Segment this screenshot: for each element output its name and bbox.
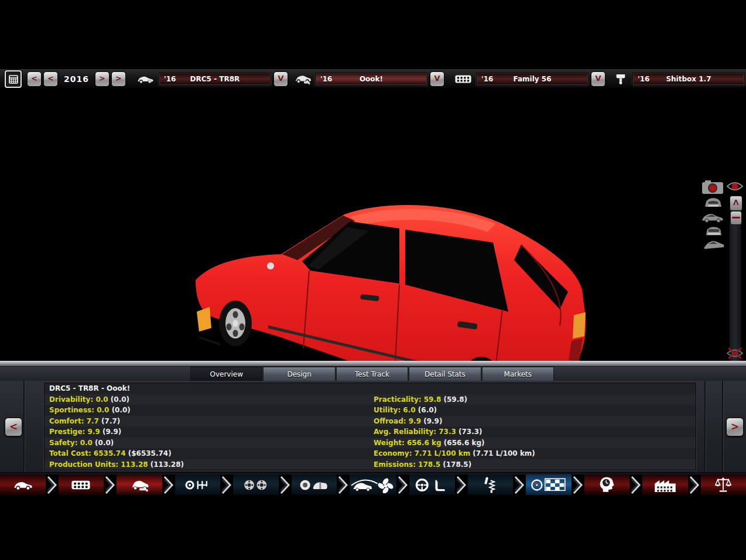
year-next-button[interactable]: > [95, 71, 109, 87]
stat-value: Total Cost: 6535.74 [49, 449, 128, 457]
stat-paren: (6.0) [418, 406, 437, 414]
visibility-eye-button[interactable] [726, 180, 744, 194]
stat-paren: (9.9) [423, 417, 442, 425]
gearbox-icon [184, 477, 210, 493]
design-steps-bar [0, 473, 746, 495]
screenshot-camera-button[interactable] [701, 179, 724, 197]
tab-strip: OverviewDesignTest TrackDetail StatsMark… [0, 367, 746, 381]
view-front-button[interactable] [703, 196, 724, 211]
year-label: 2016 [64, 74, 89, 84]
design-step-markets[interactable] [701, 474, 746, 495]
hide-ui-eye-button[interactable] [726, 347, 744, 362]
chevron-separator-icon [572, 474, 584, 495]
interior-icon [415, 477, 449, 493]
design-step-interior[interactable] [409, 474, 455, 495]
stat-paren: (656.6 kg) [444, 439, 485, 447]
stat-value: Economy: 7.71 L/100 km [374, 449, 473, 457]
stat-row: Comfort: 7.7 (7.7)Offroad: 9.9 (9.9) [45, 416, 696, 427]
design-step-car-model[interactable] [0, 474, 46, 495]
test-track-icon [531, 477, 567, 493]
stat-paren: (7.71 L/100 km) [473, 449, 535, 457]
design-step-detail-stats[interactable] [584, 474, 630, 495]
trim-dropdown-button[interactable]: V [430, 71, 444, 87]
stat-row: DRC5 - TR8R - Oook! [45, 383, 696, 394]
car-model-icon [13, 478, 33, 492]
engine-variant-field[interactable]: '16 Shitbox 1.7 [632, 72, 745, 86]
engine-family-field[interactable]: '16 Family 56 [476, 72, 588, 86]
design-step-trim[interactable] [117, 474, 162, 495]
stat-value: Drivability: 0.0 [49, 395, 111, 404]
year-prev-button[interactable]: < [43, 71, 58, 87]
year-next-fast-button[interactable]: > [111, 71, 126, 87]
stat-value: Comfort: 7.7 [49, 417, 101, 425]
top-toolbar: < < 2016 > > '16 DRC5 - TR8R V '16 Oook!… [0, 69, 746, 88]
stat-value: Practicality: 59.8 [374, 395, 444, 404]
year-prev-fast-button[interactable]: < [27, 71, 42, 87]
stat-value: Prestige: 9.9 [49, 428, 102, 436]
wheels-icon [243, 477, 269, 493]
model-icon [136, 73, 154, 85]
chevron-separator-icon [396, 474, 409, 495]
stat-row: Prestige: 9.9 (9.9)Avg. Reliability: 73.… [45, 426, 696, 438]
engine-family-name: Family 56 [477, 75, 588, 83]
stat-value: Utility: 6.0 [374, 406, 418, 414]
view-perspective-button[interactable] [703, 238, 725, 253]
model-dropdown-button[interactable]: V [273, 71, 288, 87]
stat-value: Avg. Reliability: 73.3 [374, 428, 458, 436]
zoom-scroll-up-button[interactable]: Λ [730, 196, 742, 211]
tab-overview[interactable]: Overview [190, 367, 262, 381]
design-step-engine-family[interactable] [59, 474, 104, 495]
engine-family-icon [70, 478, 91, 492]
design-step-test-track[interactable] [526, 474, 572, 495]
engine-family-dropdown-button[interactable]: V [591, 71, 605, 87]
car-3d-viewport[interactable]: Λ V [0, 88, 746, 361]
design-step-suspension[interactable] [468, 474, 514, 495]
trim-year-prefix: '16 [320, 75, 332, 83]
chevron-separator-icon [513, 474, 526, 495]
calendar-button[interactable] [5, 70, 22, 88]
stat-paren: (7.7) [101, 417, 120, 425]
tab-markets[interactable]: Markets [482, 367, 554, 381]
tab-test-track[interactable]: Test Track [336, 367, 408, 381]
trim-icon [129, 477, 149, 493]
stat-paren: (0.0) [111, 395, 129, 404]
stat-row: Sportiness: 0.0 (0.0)Utility: 6.0 (6.0) [45, 405, 696, 416]
stat-value: Emissions: 178.5 [374, 460, 443, 469]
chevron-separator-icon [455, 474, 468, 495]
stat-value: Production Units: 113.28 [49, 460, 150, 469]
model-field[interactable]: '16 DRC5 - TR8R [159, 72, 271, 86]
aero-cooling-icon [350, 477, 396, 493]
chevron-separator-icon [337, 474, 350, 495]
tab-detail-stats[interactable]: Detail Stats [409, 367, 481, 381]
stat-value: Safety: 0.0 [49, 439, 95, 447]
panel-top-edge [0, 361, 746, 367]
stat-value: Offroad: 9.9 [374, 417, 423, 425]
next-car-button[interactable]: > [726, 418, 744, 436]
view-side-button[interactable] [701, 211, 724, 226]
chevron-separator-icon [629, 474, 642, 495]
design-step-aero-cooling[interactable] [350, 474, 396, 495]
app-window: < < 2016 > > '16 DRC5 - TR8R V '16 Oook!… [0, 0, 746, 560]
tab-design[interactable]: Design [263, 367, 335, 381]
engine-variant-name: Shitbox 1.7 [633, 75, 744, 83]
design-step-gearbox[interactable] [175, 474, 221, 495]
panel-groove-right2 [722, 381, 723, 472]
tab-row: OverviewDesignTest TrackDetail StatsMark… [190, 367, 555, 381]
model-year-prefix: '16 [164, 75, 176, 83]
stat-paren: (113.28) [150, 460, 184, 469]
trim-field[interactable]: '16 Oook! [315, 72, 427, 86]
design-step-production[interactable] [642, 474, 688, 495]
chevron-separator-icon [279, 474, 292, 495]
stat-row: Drivability: 0.0 (0.0)Practicality: 59.8… [45, 394, 696, 405]
design-step-wheels[interactable] [233, 474, 279, 495]
prev-car-button[interactable]: < [5, 418, 22, 436]
stat-paren: (0.0) [95, 439, 114, 447]
markets-icon [713, 476, 733, 494]
design-step-brakes[interactable] [292, 474, 337, 495]
chevron-separator-icon [46, 474, 59, 495]
stat-paren: ($6535.74) [128, 449, 172, 457]
zoom-scroll-handle[interactable] [730, 211, 742, 225]
panel-groove-left [23, 381, 25, 472]
calendar-icon [9, 74, 18, 84]
chevron-separator-icon [104, 474, 117, 495]
